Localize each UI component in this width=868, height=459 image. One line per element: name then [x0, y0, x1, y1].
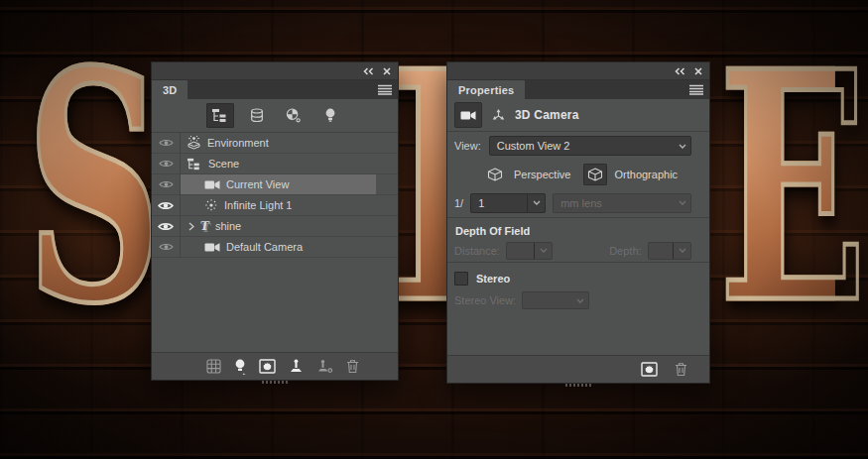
3d-panel: 3D [151, 61, 399, 381]
3d-layer-list: Environment Scene [152, 133, 398, 258]
visibility-eye-icon[interactable] [152, 216, 181, 236]
close-icon[interactable] [694, 67, 702, 75]
visibility-eye-icon[interactable] [152, 154, 181, 173]
stereo-row: Stereo [447, 263, 709, 287]
delete-icon[interactable] [675, 362, 687, 377]
orthographic-button-icon[interactable] [583, 164, 607, 185]
filter-lights-icon[interactable] [316, 103, 344, 128]
distance-select [506, 242, 553, 260]
layer-label: Scene [208, 158, 239, 170]
panel-menu-icon[interactable] [689, 84, 703, 95]
lens-row: 1/ 1 mm lens [447, 188, 709, 217]
chevron-down-icon [527, 194, 545, 212]
camera-icon [204, 242, 220, 253]
stereo-title: Stereo [476, 273, 510, 285]
depth-of-field-row: Distance: Depth: [447, 239, 709, 262]
visibility-eye-icon[interactable] [152, 174, 181, 194]
layer-row-infinite-light[interactable]: Infinite Light 1 [152, 195, 398, 216]
layer-row-environment[interactable]: Environment [152, 133, 398, 154]
chevron-down-icon [674, 144, 690, 149]
filter-materials-icon[interactable] [280, 103, 308, 128]
perspective-label[interactable]: Perspective [514, 169, 570, 180]
filter-whole-scene-icon[interactable] [206, 103, 234, 128]
fov-value: 1 [471, 197, 527, 209]
render-environment-icon[interactable] [641, 362, 658, 377]
stereo-view-select [522, 291, 589, 309]
depth-label: Depth: [609, 245, 641, 257]
depth-select [648, 242, 691, 260]
add-mesh-icon[interactable] [206, 359, 221, 374]
distance-label: Distance: [454, 245, 500, 257]
camera-icon [204, 179, 220, 190]
layer-row-current-view[interactable]: Current View [152, 174, 398, 195]
chevron-down-icon [673, 243, 690, 259]
infinite-light-icon [204, 198, 218, 212]
photoshop-workspace: S I E 3D [0, 0, 868, 459]
properties-title: 3D Camera [515, 108, 579, 122]
tab-3d[interactable]: 3D [152, 80, 187, 99]
properties-body: 3D Camera View: Custom View 2 P [447, 99, 709, 310]
lens-unit-select: mm lens [553, 193, 691, 213]
chevron-down-icon [571, 298, 588, 303]
filter-meshes-icon[interactable] [243, 103, 271, 128]
coordinates-icon[interactable] [491, 108, 506, 123]
chevron-down-icon [674, 200, 690, 205]
layer-label: shine [215, 220, 241, 232]
view-label: View: [454, 140, 481, 152]
stereo-view-label: Stereo View: [454, 294, 516, 306]
expand-chevron-icon[interactable] [188, 222, 194, 231]
delete-icon[interactable] [346, 359, 359, 374]
visibility-eye-icon[interactable] [152, 195, 181, 215]
properties-panel-titlebar [447, 62, 709, 80]
3d-text-mesh-icon: T [199, 220, 210, 232]
layer-row-shine[interactable]: T shine [152, 216, 398, 237]
view-select[interactable]: Custom View 2 [489, 136, 691, 156]
view-row: View: Custom View 2 [447, 132, 709, 160]
3d-panel-titlebar [152, 62, 398, 80]
selected-row-highlight[interactable]: Current View [181, 174, 376, 194]
layer-label: Environment [207, 137, 269, 149]
layer-label: Default Camera [226, 241, 303, 253]
panel-resize-grip[interactable] [565, 384, 591, 387]
projection-row: Perspective Orthographic [447, 160, 709, 188]
background-letter-s: S [26, 30, 163, 367]
fov-value-select[interactable]: 1 [470, 193, 546, 213]
orthographic-label[interactable]: Orthographic [614, 169, 678, 180]
scene-icon [186, 158, 202, 171]
perspective-button-icon[interactable] [483, 164, 507, 185]
collapse-to-icons-icon[interactable] [675, 67, 685, 75]
view-select-value: Custom View 2 [490, 140, 674, 152]
visibility-eye-icon[interactable] [152, 133, 181, 153]
panel-resize-grip[interactable] [262, 381, 288, 384]
properties-panel: Properties 3D Camera [446, 61, 710, 384]
visibility-eye-icon[interactable] [152, 237, 181, 257]
fov-prefix-label: 1/ [454, 197, 463, 209]
tab-properties[interactable]: Properties [447, 80, 525, 99]
layer-row-scene[interactable]: Scene [152, 154, 398, 174]
background-letter-e: E [718, 30, 835, 367]
3d-panel-toolbar [152, 352, 398, 380]
stereo-view-row: Stereo View: [447, 287, 709, 310]
environment-icon [186, 136, 201, 150]
depth-of-field-title: Depth Of Field [447, 218, 709, 239]
properties-header: 3D Camera [447, 99, 709, 131]
3d-panel-tabbar: 3D [152, 80, 398, 99]
lens-unit-value: mm lens [554, 197, 674, 209]
ground-plane-icon[interactable] [289, 359, 304, 374]
panel-menu-icon[interactable] [378, 84, 392, 95]
collapse-to-icons-icon[interactable] [363, 67, 374, 75]
ground-plane-alt-icon[interactable] [316, 359, 333, 374]
stereo-checkbox[interactable] [454, 272, 468, 286]
add-light-icon[interactable] [234, 359, 246, 375]
layer-label: Current View [226, 178, 289, 190]
3d-filter-bar [152, 99, 398, 133]
properties-panel-toolbar [447, 355, 709, 383]
properties-panel-tabbar: Properties [447, 80, 709, 99]
layer-label: Infinite Light 1 [224, 199, 293, 211]
close-icon[interactable] [383, 67, 391, 75]
layer-row-default-camera[interactable]: Default Camera [152, 237, 398, 258]
camera-type-icon [454, 102, 482, 128]
add-environment-icon[interactable] [259, 359, 276, 374]
chevron-down-icon [534, 243, 552, 259]
